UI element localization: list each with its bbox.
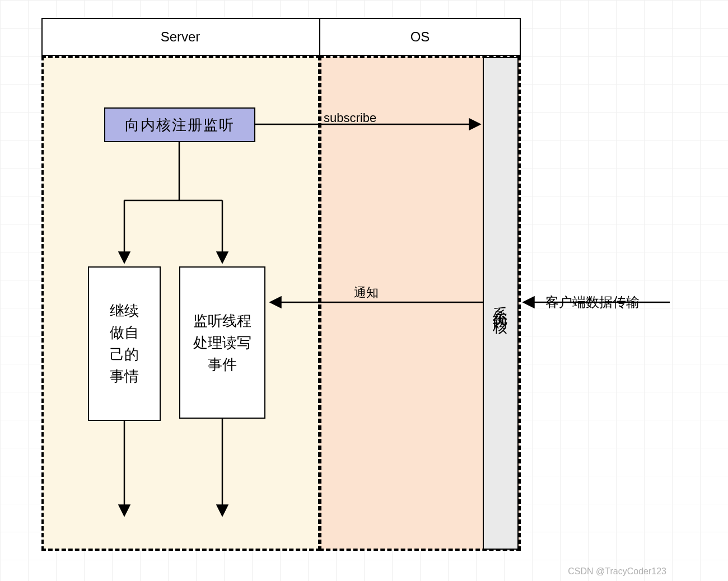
header-os: OS bbox=[319, 18, 521, 56]
edge-subscribe-label: subscribe bbox=[324, 111, 376, 125]
edge-client-data-label: 客户端数据传输 bbox=[545, 293, 640, 311]
node-listener-handle-label: 监听线程 处理读写 事件 bbox=[193, 310, 251, 376]
header-server: Server bbox=[41, 18, 319, 56]
node-kernel-label: 系统内核 bbox=[491, 294, 511, 312]
node-continue-own: 继续 做自 己的 事情 bbox=[88, 266, 161, 421]
node-kernel: 系统内核 bbox=[483, 57, 519, 550]
node-continue-own-label: 继续 做自 己的 事情 bbox=[110, 300, 139, 387]
edge-notify-label: 通知 bbox=[354, 284, 379, 301]
node-listener-handle: 监听线程 处理读写 事件 bbox=[179, 266, 265, 419]
watermark: CSDN @TracyCoder123 bbox=[568, 566, 666, 577]
node-register: 向内核注册监听 bbox=[104, 107, 255, 142]
